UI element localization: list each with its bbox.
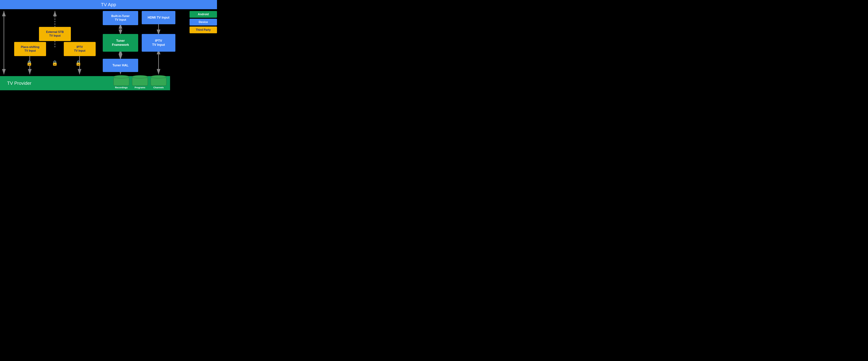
hdmi-tv-input-box: HDMI TV Input [142, 11, 175, 24]
programs-cylinder: Programs [132, 75, 148, 89]
diagram-area: External STBTV Input Place-shiftingTV In… [0, 9, 217, 90]
tuner-hal-box: Tuner HAL [103, 59, 138, 72]
legend-device: Device [190, 19, 217, 26]
place-shifting-box: Place-shiftingTV Input [14, 42, 46, 56]
tuner-framework-box: TunerFramework [103, 34, 138, 52]
iptv-right-box: IPTVTV Input [142, 34, 175, 52]
tv-app-header-overlay: TV App [0, 0, 217, 9]
lock-icon-2: 🔒 [52, 60, 58, 66]
iptv-left-box: IPTVTV Input [64, 42, 96, 56]
tv-app-title-overlay: TV App [101, 2, 116, 7]
built-in-tuner-box: Built-in-TunerTV Input [103, 11, 138, 25]
legend: Android Device Third Party [190, 11, 217, 34]
legend-third-party: Third Party [190, 27, 217, 33]
tv-provider-title: TV Provider [7, 80, 31, 86]
channels-cylinder: Channels [151, 75, 166, 89]
lock-icon-3: 🔒 [75, 60, 82, 66]
external-stb-box: External STBTV Input [39, 27, 71, 41]
recordings-cylinder: Recordings [113, 75, 129, 89]
legend-android: Android [190, 11, 217, 18]
lock-icon-1: 🔒 [26, 60, 32, 66]
